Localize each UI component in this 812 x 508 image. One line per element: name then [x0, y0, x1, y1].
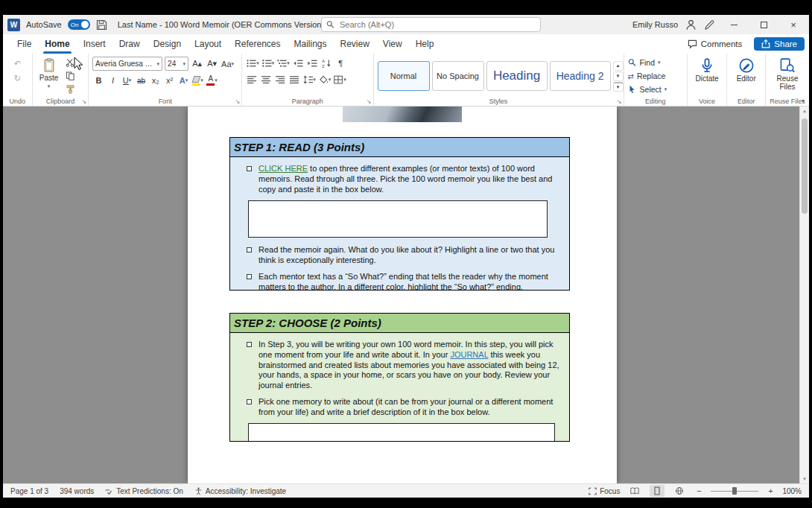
highlight-button[interactable]: ▾	[191, 74, 204, 87]
zoom-slider[interactable]	[711, 486, 758, 495]
share-button[interactable]: Share	[754, 37, 805, 51]
zoom-level[interactable]: 100%	[782, 487, 802, 495]
strikethrough-button[interactable]: ab	[135, 74, 148, 87]
align-center-button[interactable]	[260, 73, 273, 86]
user-name[interactable]: Emily Russo	[632, 20, 678, 29]
minimize-button[interactable]	[723, 16, 745, 33]
format-painter-button[interactable]	[64, 83, 77, 95]
line-spacing-button[interactable]: ▾	[302, 73, 317, 86]
tab-references[interactable]: References	[228, 34, 287, 54]
styles-dialog-launcher[interactable]: ↘	[617, 98, 622, 105]
search-box[interactable]	[321, 17, 541, 32]
numbering-button[interactable]: ▾	[261, 57, 276, 70]
superscript-button[interactable]: x²	[163, 74, 176, 87]
close-button[interactable]: ×	[782, 16, 805, 33]
shading-button[interactable]: ▾	[318, 73, 332, 86]
editor-button[interactable]: Editor	[734, 57, 759, 95]
styles-gallery-down-button[interactable]: ▾	[613, 72, 624, 81]
font-color-button[interactable]: A▾	[206, 74, 218, 87]
bullets-button[interactable]: ▾	[246, 57, 260, 70]
find-button[interactable]: Find▾	[628, 57, 667, 69]
proofing-status[interactable]: Text Predictions: On	[105, 487, 183, 495]
word-count[interactable]: 394 words	[60, 487, 94, 495]
style-no-spacing[interactable]: No Spacing	[432, 61, 484, 91]
align-left-button[interactable]	[246, 73, 258, 86]
style-normal[interactable]: Normal	[378, 61, 430, 91]
print-layout-button[interactable]	[650, 485, 664, 497]
page-count[interactable]: Page 1 of 3	[10, 487, 48, 495]
shrink-font-button[interactable]: A▾	[206, 57, 218, 71]
undo-button[interactable]: ↶	[11, 57, 24, 70]
maximize-button[interactable]	[752, 16, 775, 33]
ribbon-collapse-button[interactable]: ▾	[802, 98, 805, 104]
tab-file[interactable]: File	[10, 34, 38, 54]
style-heading1[interactable]: Heading	[486, 61, 548, 91]
word-logo-icon[interactable]: W	[7, 19, 20, 31]
highlight-icon	[192, 76, 200, 86]
scrollbar-down-icon[interactable]: ▾	[800, 476, 809, 482]
zoom-out-button[interactable]: −	[694, 486, 703, 495]
web-layout-button[interactable]	[672, 485, 687, 497]
zoom-slider-thumb[interactable]	[732, 487, 737, 495]
paragraph-dialog-launcher[interactable]: ↘	[367, 98, 372, 105]
account-person-icon[interactable]	[685, 19, 697, 31]
sort-button[interactable]	[320, 57, 333, 70]
accessibility-status[interactable]: Accessibility: Investigate	[194, 487, 286, 495]
font-name-select[interactable]: Averia Gruesa Libre ▾	[92, 57, 162, 71]
align-right-button[interactable]	[274, 73, 287, 86]
italic-button[interactable]: I	[107, 74, 119, 87]
grow-font-button[interactable]: A▴	[191, 57, 203, 71]
tab-layout[interactable]: Layout	[188, 34, 228, 54]
focus-mode-button[interactable]: Focus	[589, 487, 620, 495]
tab-view[interactable]: View	[376, 34, 409, 54]
memory-description-textbox[interactable]	[248, 423, 555, 442]
justify-button[interactable]	[288, 73, 301, 86]
tab-review[interactable]: Review	[334, 34, 376, 54]
scrollbar-thumb[interactable]	[802, 118, 808, 214]
clipboard-dialog-launcher[interactable]: ↘	[81, 98, 86, 105]
read-mode-button[interactable]	[627, 485, 642, 497]
scrollbar-up-icon[interactable]: ▴	[800, 108, 809, 114]
font-dialog-launcher[interactable]: ↘	[235, 98, 240, 105]
search-input[interactable]	[340, 20, 536, 29]
save-icon[interactable]	[96, 19, 107, 31]
tab-mailings[interactable]: Mailings	[287, 34, 333, 54]
replace-icon: ⇄	[628, 72, 634, 80]
paste-button[interactable]: Paste ▾	[37, 57, 62, 95]
reuse-files-button[interactable]: Reuse Files	[770, 57, 805, 95]
subscript-button[interactable]: x₂	[149, 74, 162, 87]
style-heading2[interactable]: Heading 2	[550, 61, 611, 91]
memoir-paste-textbox[interactable]	[248, 200, 548, 238]
replace-button[interactable]: ⇄Replace	[628, 70, 667, 82]
borders-button[interactable]: ▾	[333, 73, 347, 86]
tab-design[interactable]: Design	[147, 34, 188, 54]
select-button[interactable]: Select▾	[628, 83, 667, 95]
zoom-in-button[interactable]: +	[766, 486, 775, 495]
vertical-scrollbar[interactable]: ▴ ▾	[799, 107, 809, 483]
tab-home[interactable]: Home	[38, 34, 76, 54]
copy-button[interactable]	[64, 70, 77, 82]
redo-button[interactable]: ↻	[11, 72, 24, 85]
show-formatting-marks-button[interactable]: ¶	[334, 57, 347, 70]
decrease-indent-button[interactable]	[292, 57, 305, 70]
tab-help[interactable]: Help	[409, 34, 441, 54]
document-page[interactable]: STEP 1: READ (3 Points) CLICK HERE to op…	[188, 107, 617, 483]
tab-draw[interactable]: Draw	[112, 34, 147, 54]
autosave-toggle[interactable]: On	[68, 19, 90, 30]
comments-button[interactable]: Comments	[682, 37, 749, 51]
styles-gallery-up-button[interactable]: ▴	[613, 61, 624, 71]
text-effects-button[interactable]: A▾	[177, 74, 190, 87]
bold-button[interactable]: B	[92, 74, 105, 87]
change-case-button[interactable]: Aa▾	[221, 57, 235, 71]
underline-button[interactable]: U▾	[121, 74, 133, 87]
cut-button[interactable]	[64, 57, 77, 69]
journal-link[interactable]: JOURNAL	[450, 350, 488, 359]
tab-insert[interactable]: Insert	[77, 34, 112, 54]
font-size-select[interactable]: 24 ▾	[165, 57, 188, 71]
click-here-link[interactable]: CLICK HERE	[258, 164, 308, 173]
multilevel-list-button[interactable]: ▾	[276, 57, 291, 70]
dictate-button[interactable]: Dictate	[693, 57, 722, 95]
styles-gallery-more-button[interactable]: ▾	[613, 82, 624, 92]
pen-inking-icon[interactable]	[704, 19, 715, 31]
increase-indent-button[interactable]	[306, 57, 319, 70]
